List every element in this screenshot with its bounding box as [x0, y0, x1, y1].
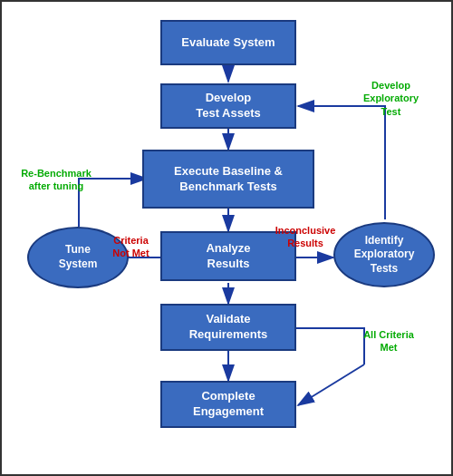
criteria-not-met-label: CriteriaNot Met [97, 234, 165, 260]
develop-exploratory-label: DevelopExploratoryTest [348, 79, 434, 118]
develop-test-assets-box: DevelopTest Assets [160, 83, 296, 129]
inconclusive-results-label: InconclusiveResults [270, 224, 341, 250]
evaluate-system-box: Evaluate System [160, 20, 296, 65]
execute-baseline-box: Execute Baseline &Benchmark Tests [142, 150, 314, 209]
diagram-container: Evaluate System DevelopTest Assets Execu… [0, 0, 453, 476]
validate-requirements-box: ValidateRequirements [160, 304, 296, 351]
identify-exploratory-ellipse: IdentifyExploratoryTests [333, 222, 435, 287]
all-criteria-met-label: All CriteriaMet [348, 328, 429, 355]
rebenchmark-label: Re-Benchmarkafter tuning [11, 167, 101, 193]
complete-engagement-box: CompleteEngagement [160, 381, 296, 428]
